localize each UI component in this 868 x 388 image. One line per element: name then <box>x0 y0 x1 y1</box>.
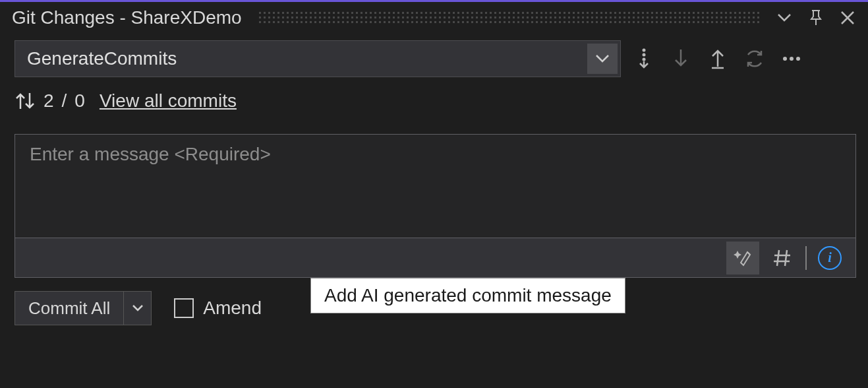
incoming-count: 2 <box>43 90 54 112</box>
commit-dropdown-icon[interactable] <box>123 292 151 325</box>
incoming-outgoing-icon <box>14 90 36 112</box>
svg-point-3 <box>783 57 787 61</box>
window-menu-icon[interactable] <box>776 9 793 26</box>
sync-icon[interactable] <box>741 45 768 73</box>
commit-message-input[interactable] <box>15 135 855 235</box>
checkbox-icon[interactable] <box>174 298 194 318</box>
svg-point-0 <box>643 49 646 52</box>
toolbar-divider <box>805 246 807 270</box>
info-icon[interactable]: i <box>813 242 846 275</box>
outgoing-count: 0 <box>74 90 85 112</box>
title-bar: Git Changes - ShareXDemo <box>0 2 868 34</box>
hashtag-icon[interactable] <box>766 242 799 275</box>
panel-content: GenerateCommits 2 / 0 <box>0 34 868 337</box>
drag-grip[interactable] <box>258 12 760 24</box>
panel-title: Git Changes - ShareXDemo <box>12 7 242 28</box>
svg-point-4 <box>790 57 794 61</box>
ai-generate-icon[interactable] <box>726 242 759 275</box>
branch-row: GenerateCommits <box>14 40 856 77</box>
amend-label: Amend <box>203 298 262 319</box>
commit-split-button: Commit All <box>14 291 152 325</box>
view-all-commits-link[interactable]: View all commits <box>100 90 237 112</box>
svg-point-5 <box>796 57 800 61</box>
commit-status-row: 2 / 0 View all commits <box>14 90 856 112</box>
branch-dropdown-icon[interactable] <box>587 44 618 74</box>
pull-icon[interactable] <box>667 45 695 73</box>
fetch-icon[interactable] <box>630 45 658 73</box>
push-icon[interactable] <box>704 45 732 73</box>
svg-point-1 <box>643 53 646 57</box>
pin-icon[interactable] <box>807 9 825 26</box>
svg-point-2 <box>643 58 646 61</box>
status-separator: / <box>62 90 67 112</box>
branch-selector[interactable]: GenerateCommits <box>14 40 621 77</box>
ai-tooltip: Add AI generated commit message <box>310 278 625 313</box>
more-icon[interactable] <box>778 45 805 73</box>
close-icon[interactable] <box>839 9 856 26</box>
commit-all-button[interactable]: Commit All <box>15 292 123 325</box>
amend-checkbox[interactable]: Amend <box>174 298 262 319</box>
commit-message-area: i Add AI generated commit message <box>14 134 856 278</box>
window-controls <box>776 9 856 26</box>
branch-name: GenerateCommits <box>27 48 177 69</box>
message-toolbar: i Add AI generated commit message <box>15 238 855 277</box>
